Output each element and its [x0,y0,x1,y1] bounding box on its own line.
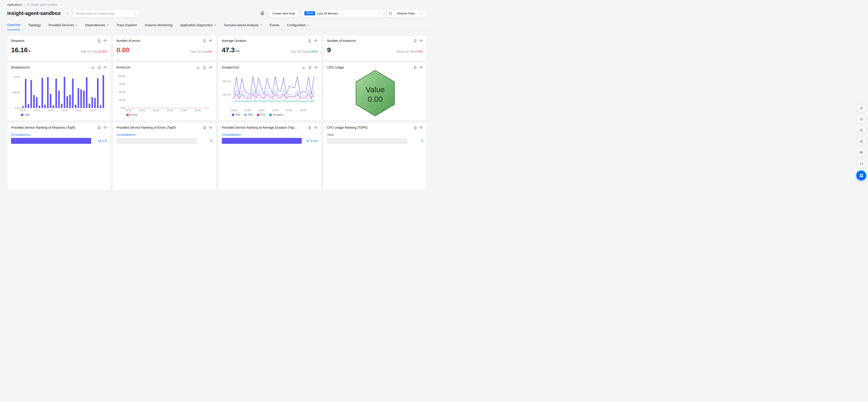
eye-icon[interactable] [209,66,212,69]
card-title: Average Duration [222,39,247,42]
stat-card-requests: Requests 16.16K Day On Day10.8% [7,35,111,60]
chart-card-requests-1m: Requests/1m 0.00500.001.00 K15:3015:3515… [7,62,111,121]
trend-chart-icon[interactable] [302,66,306,69]
eye-icon[interactable] [419,66,423,69]
rank-row: /v1/sandbox/run 16.2 K [11,132,107,144]
stat-compare: Day On Day0% [190,50,212,53]
service-link[interactable]: /v1/sandbox/run [222,133,241,136]
chevron-down-icon [260,24,262,26]
svg-text:0.00: 0.00 [121,107,125,110]
legend-item[interactable]: P75 [257,113,265,117]
trend-chart-icon[interactable] [197,66,200,69]
legend-item[interactable]: P99 [232,113,240,117]
cpu-usage-hexagon[interactable]: Value 0.00 [327,69,423,117]
tab-topology[interactable]: Topology [28,21,41,30]
legend-item[interactable]: Duration [269,113,283,117]
card-title: CPU Usage Ranking (TOP5) [327,126,368,129]
svg-text:15:55: 15:55 [300,109,306,112]
eye-icon[interactable] [419,126,423,129]
stat-card-errors: Number of errors 0.00 Day On Day0% [113,35,216,60]
service-link[interactable]: /v1/sandbox/run [11,133,30,136]
legend-item[interactable]: http [21,113,29,117]
doc-icon[interactable] [97,39,101,42]
card-title: Provided Service Ranking of Requests (To… [11,126,75,129]
doc-icon[interactable] [308,126,311,129]
requests-bar-chart[interactable]: 0.00500.001.00 K15:3015:3515:4015:4515:5… [11,70,107,112]
card-title: Number of instances [327,39,356,42]
chart-legend: P99P90P75Duration [232,113,318,117]
eye-icon[interactable] [419,39,423,42]
doc-icon[interactable] [203,39,206,42]
tab-configuration[interactable]: Configuration [287,21,309,30]
eye-icon[interactable] [314,126,317,129]
app-switcher-button[interactable] [64,10,71,17]
ranking-card-cpu-usage: CPU Usage Ranking (TOP5) Value 0 [323,122,427,190]
doc-icon[interactable] [203,126,206,129]
doc-icon[interactable] [203,66,206,69]
tab-overview[interactable]: Overview [7,21,20,30]
svg-text:15:40: 15:40 [258,109,265,112]
breadcrumb-applications[interactable]: Applications [7,3,22,6]
refresh-button[interactable] [387,10,395,17]
card-title: Provided Service Ranking of Errors (Top5… [117,126,176,129]
rank-value: 0 [200,139,212,143]
rank-value: 16.2 K [94,139,107,143]
svg-text:15:30: 15:30 [125,109,131,112]
svg-text:15:45: 15:45 [272,109,278,112]
legend-swatch [244,114,247,116]
svg-text:0.00: 0.00 [15,107,20,110]
trend-chart-icon[interactable] [91,66,95,69]
svg-text:1.00 K: 1.00 K [13,76,20,79]
card-title: Errors/1m [117,66,130,69]
doc-icon[interactable] [413,66,417,69]
chevron-down-icon [307,24,309,26]
tab-dependencies[interactable]: Dependencies [85,21,109,30]
legend-swatch [21,114,23,116]
rank-value: 47.3 ms [305,139,317,143]
stat-unit: K [29,49,31,53]
doc-icon[interactable] [413,39,417,42]
eye-icon[interactable] [314,39,317,42]
stat-compare: Day On Day10.8% [81,50,107,53]
instance-tag-select[interactable]: Please select an instance tag [73,9,140,17]
tab-provided-services[interactable]: Provided Services [49,21,78,30]
rank-bar-track [11,138,91,144]
tab-instance-monitoring[interactable]: Instance Monitoring [145,21,172,30]
cpu-gauge-value: 0.00 [368,95,382,103]
service-link[interactable]: /v1/sandbox/run [117,133,136,136]
errors-line-chart[interactable]: 0.0025.0050.0075.00100.0015:3015:3515:40… [117,70,212,112]
rank-row: /v1/sandbox/run 0 [117,132,212,144]
notification-bell-icon[interactable] [260,11,265,16]
svg-text:500.00: 500.00 [12,91,20,94]
chart-legend: http [21,113,107,117]
legend-item[interactable]: P90 [244,113,253,117]
time-range-select[interactable]: 30min Last 30 Minutes [302,9,384,17]
doc-icon[interactable] [308,66,312,69]
svg-text:15:45: 15:45 [61,109,68,112]
legend-swatch [269,114,272,116]
svg-text:15:35: 15:35 [34,109,40,112]
breadcrumb-chevron-icon [24,4,25,6]
tab-trace-explorer[interactable]: Trace Explorer [117,21,137,30]
card-title: Duration/1m [222,66,239,69]
tab-scenario-based-analysis[interactable]: Scenario-based Analysis [224,21,262,30]
eye-icon[interactable] [209,39,212,42]
doc-icon[interactable] [308,39,311,42]
doc-icon[interactable] [97,126,101,129]
eye-icon[interactable] [314,66,318,69]
tab-application-diagnostics[interactable]: Application Diagnostics [180,21,216,30]
tab-events[interactable]: Events [270,21,279,30]
cpu-gauge-label: Value [366,85,384,94]
legend-item[interactable]: Errors [126,113,137,117]
refresh-rate-select[interactable]: Refresh Rate: [395,10,427,17]
duration-line-chart[interactable]: 100 ms200 ms15:3015:3515:4015:4515:5015:… [222,70,318,112]
eye-icon[interactable] [209,126,212,129]
card-title: Provided Service Ranking of Average Dura… [222,126,297,129]
create-alert-rule-button[interactable]: Create Alert Rule [269,9,299,17]
eye-icon[interactable] [103,66,107,69]
eye-icon[interactable] [103,39,107,42]
eye-icon[interactable] [103,126,107,129]
svg-text:15:50: 15:50 [181,109,187,112]
doc-icon[interactable] [413,126,417,129]
doc-icon[interactable] [97,66,101,69]
